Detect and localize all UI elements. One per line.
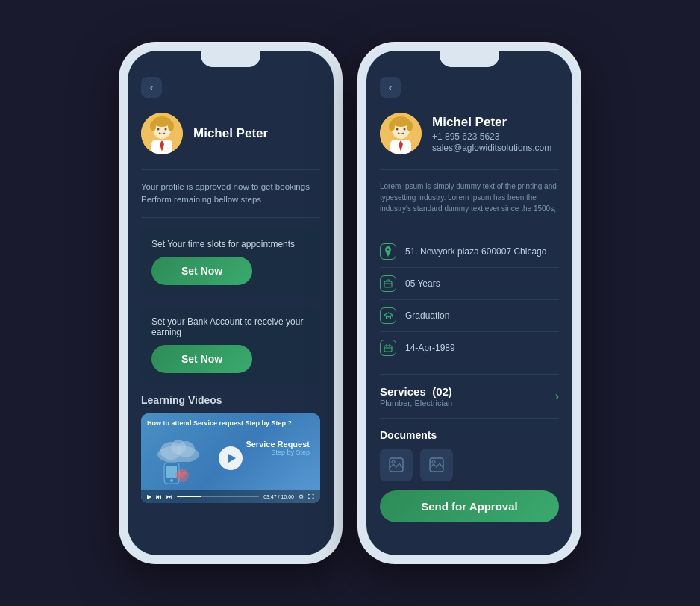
svg-point-12 — [171, 440, 186, 454]
back-arrow-right: ‹ — [389, 81, 393, 93]
left-profile-row: Michel Peter — [141, 113, 320, 154]
svg-point-36 — [432, 460, 435, 463]
right-phone: ‹ — [357, 42, 581, 564]
services-subtitle: Plumber, Electrician — [380, 399, 452, 407]
video-service-line2: Step by Step — [246, 449, 310, 456]
left-profile-name-wrapper: Michel Peter — [193, 126, 268, 141]
svg-point-4 — [168, 121, 174, 131]
services-count: (02) — [432, 385, 452, 398]
video-bg: How to attend Service request Step by St… — [141, 413, 320, 503]
bank-label: Set your Bank Account to receive your ea… — [151, 316, 310, 337]
svg-point-25 — [404, 128, 406, 131]
timeslot-label: Set Your time slots for appointments — [151, 239, 310, 249]
right-avatar — [380, 113, 422, 154]
birthday-icon — [380, 340, 396, 356]
right-divider-1 — [380, 169, 559, 170]
location-row: 51. Newyork plaza 600007 Chicago — [380, 236, 559, 268]
video-title: How to attend Service request Step by St… — [147, 419, 314, 428]
experience-text: 05 Years — [405, 278, 440, 289]
timeslot-section: Set Your time slots for appointments Set… — [141, 228, 320, 296]
back-arrow-left: ‹ — [150, 81, 154, 93]
birthday-text: 14-Apr-1989 — [405, 343, 455, 353]
right-divider-2 — [380, 225, 559, 225]
right-profile-name: Michel Peter — [432, 115, 551, 130]
video-controls: ▶ ⏮ ⏭ 03:47 / 10:00 ⚙ ⛶ — [141, 490, 320, 503]
svg-rect-26 — [384, 281, 392, 287]
right-profile-phone: +1 895 623 5623 — [432, 131, 551, 142]
set-now-bank-button[interactable]: Set Now — [151, 345, 252, 373]
settings-icon[interactable]: ⚙ — [299, 493, 304, 500]
play-triangle-icon — [228, 454, 236, 463]
bank-section: Set your Bank Account to receive your ea… — [141, 306, 320, 384]
svg-point-21 — [407, 121, 413, 131]
svg-rect-29 — [384, 346, 392, 352]
doc-image-1[interactable] — [380, 449, 413, 481]
right-divider-3 — [380, 374, 559, 375]
right-profile-email: sales@aglowiditsolutions.com — [432, 143, 551, 153]
left-profile-name: Michel Peter — [193, 126, 268, 141]
play-control-icon[interactable]: ▶ — [147, 493, 151, 500]
right-screen-content: ‹ — [366, 51, 572, 555]
svg-point-3 — [150, 121, 156, 131]
birthday-row: 14-Apr-1989 — [380, 332, 559, 363]
left-screen-content: ‹ — [128, 51, 334, 555]
education-row: Graduation — [380, 300, 559, 332]
left-avatar — [141, 113, 183, 154]
experience-icon — [380, 275, 396, 292]
fullscreen-icon[interactable]: ⛶ — [308, 493, 314, 500]
documents-section: Documents — [380, 429, 559, 481]
progress-bar — [177, 496, 259, 497]
back-button-right[interactable]: ‹ — [380, 77, 401, 98]
svg-point-15 — [170, 479, 173, 482]
doc-images-row — [380, 449, 559, 481]
send-approval-button[interactable]: Send for Approval — [380, 490, 559, 522]
set-now-timeslot-button[interactable]: Set Now — [151, 257, 252, 285]
right-divider-4 — [380, 418, 559, 419]
detail-section: 51. Newyork plaza 600007 Chicago 05 Yea — [380, 236, 559, 363]
profile-approved-text: Your profile is approved now to get book… — [141, 181, 320, 207]
svg-point-34 — [392, 460, 395, 463]
location-text: 51. Newyork plaza 600007 Chicago — [405, 246, 546, 257]
prev-icon[interactable]: ⏮ — [156, 493, 162, 500]
learning-section: Learning Videos — [141, 394, 320, 503]
education-text: Graduation — [405, 310, 449, 321]
svg-point-7 — [157, 128, 160, 131]
phone-notch-right — [440, 51, 499, 67]
lorem-description: Lorem Ipsum is simply dummy text of the … — [380, 181, 559, 214]
left-phone-inner: ‹ — [128, 51, 334, 555]
left-phone: ‹ — [119, 42, 343, 564]
left-scroll-area: Michel Peter Your profile is approved no… — [141, 113, 320, 533]
right-profile-row: Michel Peter +1 895 623 5623 sales@aglow… — [380, 113, 559, 154]
svg-point-20 — [389, 121, 395, 131]
back-button-left[interactable]: ‹ — [141, 77, 162, 98]
services-title: Services — [380, 385, 426, 398]
documents-title: Documents — [380, 429, 559, 441]
divider-1 — [141, 169, 320, 170]
svg-point-24 — [396, 128, 399, 131]
education-icon — [380, 307, 396, 324]
svg-point-8 — [165, 128, 167, 131]
video-thumbnail[interactable]: How to attend Service request Step by St… — [141, 413, 320, 503]
learning-title: Learning Videos — [141, 394, 320, 406]
doc-image-2[interactable] — [420, 449, 453, 481]
right-profile-info: Michel Peter +1 895 623 5623 sales@aglow… — [432, 115, 551, 153]
phones-container: ‹ — [104, 27, 596, 579]
location-icon — [380, 243, 396, 260]
services-row[interactable]: Services (02) Plumber, Electrician › — [380, 385, 559, 407]
video-service-text: Service Request Step by Step — [246, 440, 310, 456]
video-service-line1: Service Request — [246, 440, 310, 449]
experience-row: 05 Years — [380, 268, 559, 300]
next-icon[interactable]: ⏭ — [166, 493, 172, 500]
phone-notch-left — [201, 51, 260, 67]
services-info: Services (02) Plumber, Electrician — [380, 385, 452, 407]
time-display: 03:47 / 10:00 — [263, 494, 294, 499]
progress-fill — [177, 496, 201, 497]
right-scroll-area: Michel Peter +1 895 623 5623 sales@aglow… — [380, 113, 559, 533]
divider-2 — [141, 217, 320, 218]
play-button[interactable] — [219, 446, 243, 470]
right-phone-inner: ‹ — [366, 51, 572, 555]
services-chevron-icon: › — [555, 390, 559, 403]
